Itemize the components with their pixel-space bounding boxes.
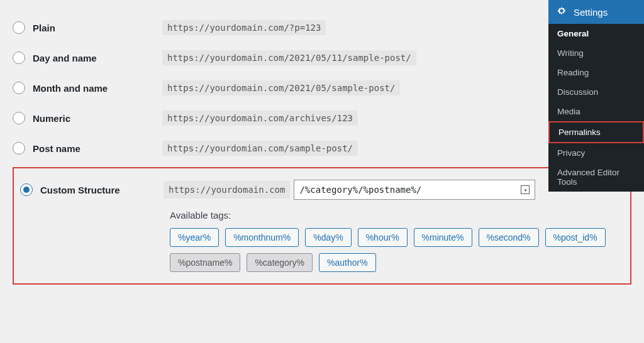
- url-numeric: https://yourdomain.com/archives/123: [162, 111, 358, 126]
- tag-year[interactable]: %year%: [170, 228, 219, 247]
- option-numeric[interactable]: Numeric https://yourdomain.com/archives/…: [13, 103, 631, 133]
- radio-monthname[interactable]: [13, 82, 25, 94]
- tag-day[interactable]: %day%: [305, 228, 351, 247]
- option-monthname[interactable]: Month and name https://yourdomain.com/20…: [13, 73, 631, 103]
- settings-sidebar: Settings General Writing Reading Discuss…: [548, 0, 644, 192]
- tag-post-id[interactable]: %post_id%: [545, 228, 606, 247]
- settings-header[interactable]: Settings: [548, 0, 644, 24]
- url-postname: https://yourdomian.com/sample-post/: [162, 141, 358, 156]
- radio-postname[interactable]: [13, 142, 25, 155]
- sidebar-item-general[interactable]: General: [548, 24, 644, 43]
- permalink-settings-panel: Plain https://yourdomain.com/?p=123 Day …: [0, 0, 644, 285]
- option-postname[interactable]: Post name https://yourdomian.com/sample-…: [13, 133, 631, 163]
- label-custom: Custom Structure: [40, 185, 120, 195]
- url-plain: https://yourdomain.com/?p=123: [162, 20, 326, 35]
- sidebar-item-permalinks[interactable]: Permalinks: [548, 121, 644, 143]
- label-postname: Post name: [33, 143, 80, 154]
- url-dayname: https://yourdomain.com/2021/05/11/sample…: [162, 50, 416, 65]
- option-dayname[interactable]: Day and name https://yourdomain.com/2021…: [13, 43, 631, 73]
- tag-hour[interactable]: %hour%: [358, 228, 408, 247]
- settings-title: Settings: [574, 7, 608, 18]
- radio-numeric[interactable]: [13, 112, 25, 124]
- tag-postname[interactable]: %postname%: [170, 253, 240, 272]
- tag-author[interactable]: %author%: [319, 253, 376, 272]
- sidebar-item-media[interactable]: Media: [548, 102, 644, 121]
- label-monthname: Month and name: [33, 83, 108, 94]
- label-plain: Plain: [33, 23, 55, 33]
- label-numeric: Numeric: [33, 113, 70, 124]
- tag-monthnum[interactable]: %monthnum%: [225, 228, 299, 247]
- custom-prefix: https://yourdomain.com: [164, 181, 290, 199]
- sidebar-item-aet[interactable]: Advanced Editor Tools: [548, 163, 644, 192]
- available-tags: %year% %monthnum% %day% %hour% %minute% …: [170, 228, 619, 272]
- tag-second[interactable]: %second%: [479, 228, 539, 247]
- label-dayname: Day and name: [33, 53, 97, 63]
- radio-custom[interactable]: [20, 183, 33, 196]
- tag-minute[interactable]: %minute%: [414, 228, 472, 247]
- settings-icon: [556, 6, 567, 18]
- sidebar-item-privacy[interactable]: Privacy: [548, 143, 644, 163]
- available-tags-heading: Available tags:: [170, 210, 619, 220]
- sidebar-item-discussion[interactable]: Discussion: [548, 82, 644, 102]
- custom-structure-input[interactable]: /%category%/%postname%/ ▾: [294, 180, 535, 200]
- radio-dayname[interactable]: [13, 52, 25, 64]
- custom-structure-value: /%category%/%postname%/: [299, 185, 421, 195]
- sidebar-item-reading[interactable]: Reading: [548, 63, 644, 82]
- radio-plain[interactable]: [13, 21, 25, 34]
- tag-category[interactable]: %category%: [247, 253, 313, 272]
- url-monthname: https://yourdomain.com/2021/05/sample-po…: [162, 80, 400, 95]
- option-plain[interactable]: Plain https://yourdomain.com/?p=123: [13, 13, 631, 43]
- input-badge-icon: ▾: [521, 185, 530, 194]
- sidebar-item-writing[interactable]: Writing: [548, 43, 644, 63]
- custom-structure-block: Custom Structure https://yourdomain.com …: [13, 167, 631, 285]
